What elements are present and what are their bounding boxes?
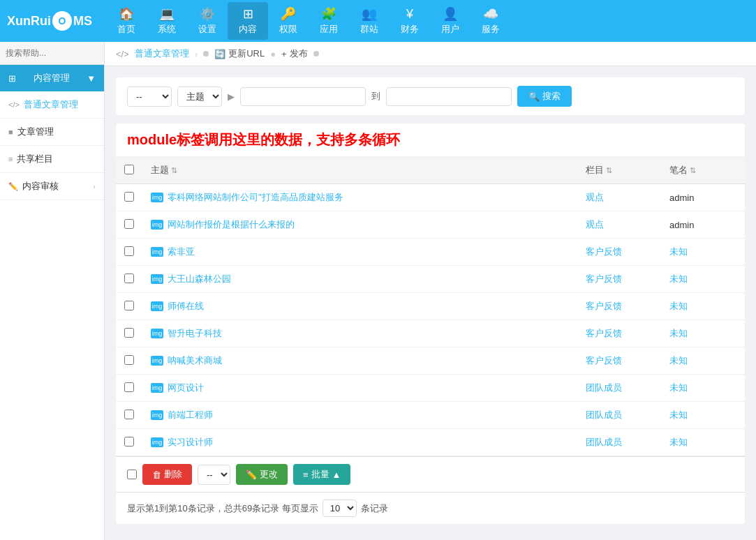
search-input[interactable] <box>6 48 110 58</box>
th-author[interactable]: 笔名 <box>661 157 745 184</box>
filter-input-to[interactable] <box>386 87 512 106</box>
select-all-checkbox[interactable] <box>124 165 134 174</box>
th-title[interactable]: 主题 <box>142 157 577 184</box>
nav-item-users[interactable]: 👤 用户 <box>430 2 470 40</box>
category-link-0[interactable]: 观点 <box>586 192 604 202</box>
category-link-2[interactable]: 客户反馈 <box>586 246 622 257</box>
search-btn-icon: 🔍 <box>528 91 540 102</box>
content-audit-icon: ✏️ <box>8 182 18 191</box>
author-value-6: 未知 <box>669 355 688 366</box>
sidebar-item-article-list[interactable]: ■ 文章管理 <box>0 119 104 146</box>
table-row: img 零科网络网站制作公司"打造高品质建站服务 观点 admin <box>116 184 745 211</box>
row-checkbox-5[interactable] <box>124 328 134 338</box>
row-checkbox-8[interactable] <box>124 410 134 419</box>
sidebar-item-label-article-list: 文章管理 <box>17 126 54 138</box>
shared-column-icon: ≡ <box>8 155 13 163</box>
top-navigation: XunRui O MS 🏠 首页 💻 系统 ⚙️ 设置 ⊞ 内容 🔑 权限 🧩 … <box>0 0 756 42</box>
title-link-8[interactable]: img 前端工程师 <box>151 409 569 421</box>
edit-icon: ✏️ <box>246 470 257 480</box>
pagination-text2: 条记录 <box>361 502 388 515</box>
nav-item-finance[interactable]: ¥ 财务 <box>390 3 430 40</box>
nav-item-apps[interactable]: 🧩 应用 <box>309 2 349 40</box>
image-icon-9: img <box>151 437 163 447</box>
nav-item-permissions[interactable]: 🔑 权限 <box>268 2 309 40</box>
row-checkbox-0[interactable] <box>124 192 134 202</box>
nav-item-system[interactable]: 💻 系统 <box>147 2 187 40</box>
sidebar-section-content[interactable]: ⊞ 内容管理 ▼ <box>0 65 104 91</box>
title-link-6[interactable]: img 呐喊美术商城 <box>151 354 569 367</box>
row-checkbox-3[interactable] <box>124 273 134 283</box>
cell-category-6: 客户反馈 <box>577 347 661 375</box>
title-link-5[interactable]: img 智升电子科技 <box>151 327 569 340</box>
category-link-4[interactable]: 客户反馈 <box>586 301 622 311</box>
title-link-2[interactable]: img 索非亚 <box>151 246 569 258</box>
cell-checkbox-4 <box>116 293 142 320</box>
row-checkbox-9[interactable] <box>124 437 134 447</box>
title-link-7[interactable]: img 网页设计 <box>151 382 569 394</box>
category-link-7[interactable]: 团队成员 <box>586 382 622 393</box>
author-value-2: 未知 <box>669 246 688 257</box>
category-link-5[interactable]: 客户反馈 <box>586 328 622 338</box>
filter-input-from[interactable] <box>240 87 366 106</box>
cell-category-7: 团队成员 <box>577 375 661 402</box>
cell-title-6: img 呐喊美术商城 <box>142 347 577 375</box>
bottom-checkbox[interactable] <box>127 470 137 479</box>
home-icon: 🏠 <box>119 6 134 22</box>
image-icon-2: img <box>151 247 163 257</box>
cell-author-3: 未知 <box>661 266 745 293</box>
edit-label: 更改 <box>260 468 278 481</box>
nav-item-multisite[interactable]: 👥 群站 <box>349 2 390 40</box>
breadcrumb-publish[interactable]: + 发布 <box>281 47 308 60</box>
action-select[interactable]: -- <box>198 465 230 485</box>
table-row: img 智升电子科技 客户反馈 未知 <box>116 320 745 347</box>
cell-title-0: img 零科网络网站制作公司"打造高品质建站服务 <box>142 184 577 211</box>
title-link-4[interactable]: img 师傅在线 <box>151 300 569 313</box>
to-label: 到 <box>371 90 380 103</box>
nav-item-settings[interactable]: ⚙️ 设置 <box>187 2 228 40</box>
title-link-3[interactable]: img 大王山森林公园 <box>151 273 569 285</box>
row-checkbox-1[interactable] <box>124 219 134 229</box>
batch-button[interactable]: ≡ 批量 ▲ <box>293 464 350 485</box>
author-value-3: 未知 <box>669 273 688 284</box>
title-link-1[interactable]: img 网站制作报价是根据什么来报的 <box>151 218 569 231</box>
category-link-1[interactable]: 观点 <box>586 219 604 230</box>
chevron-down-batch-icon: ▲ <box>332 470 341 480</box>
main-layout: 🔍 ⊞ 内容管理 ▼ </> 普通文章管理 ■ 文章管理 ≡ 共享栏目 ✏️ 内… <box>0 42 756 540</box>
sidebar-item-content-audit[interactable]: ✏️ 内容审核 › <box>0 173 104 200</box>
batch-label: 批量 <box>311 468 329 481</box>
title-link-9[interactable]: img 实习设计师 <box>151 436 569 449</box>
delete-button[interactable]: 🗑 删除 <box>142 464 192 485</box>
cell-title-2: img 索非亚 <box>142 239 577 266</box>
breadcrumb-link[interactable]: 普通文章管理 <box>135 47 189 60</box>
cell-category-2: 客户反馈 <box>577 239 661 266</box>
nav-item-content[interactable]: ⊞ 内容 <box>228 2 268 40</box>
multisite-icon: 👥 <box>362 6 377 22</box>
search-btn[interactable]: 🔍 搜索 <box>517 86 572 107</box>
table-row: img 呐喊美术商城 客户反馈 未知 <box>116 347 745 375</box>
logo-text-before: XunRui <box>7 14 51 29</box>
category-link-6[interactable]: 客户反馈 <box>586 355 622 366</box>
category-link-9[interactable]: 团队成员 <box>586 437 622 447</box>
sidebar-item-article-manage[interactable]: </> 普通文章管理 <box>0 91 104 119</box>
nav-item-services[interactable]: ☁️ 服务 <box>470 2 511 40</box>
filter-select-2[interactable]: 主题 内容 作者 <box>177 87 222 107</box>
filter-select-1[interactable]: -- ID 主题 作者 <box>127 87 172 107</box>
row-checkbox-7[interactable] <box>124 382 134 392</box>
row-checkbox-2[interactable] <box>124 246 134 256</box>
edit-button[interactable]: ✏️ 更改 <box>236 464 288 485</box>
title-link-0[interactable]: img 零科网络网站制作公司"打造高品质建站服务 <box>151 191 569 204</box>
sidebar-item-shared-column[interactable]: ≡ 共享栏目 <box>0 146 104 173</box>
nav-item-home[interactable]: 🏠 首页 <box>106 2 147 40</box>
page-size-select[interactable]: 10 20 50 <box>323 500 357 517</box>
row-checkbox-4[interactable] <box>124 301 134 310</box>
author-value-9: 未知 <box>669 437 688 447</box>
th-category[interactable]: 栏目 <box>577 157 661 184</box>
category-link-3[interactable]: 客户反馈 <box>586 273 622 284</box>
image-icon-5: img <box>151 329 163 338</box>
category-link-8[interactable]: 团队成员 <box>586 410 622 420</box>
row-checkbox-6[interactable] <box>124 355 134 365</box>
content-icon: ⊞ <box>243 6 253 22</box>
breadcrumb-update-url[interactable]: 🔄 更新URL <box>214 47 265 60</box>
services-icon: ☁️ <box>483 6 498 22</box>
sidebar-item-label-shared-column: 共享栏目 <box>17 153 53 165</box>
